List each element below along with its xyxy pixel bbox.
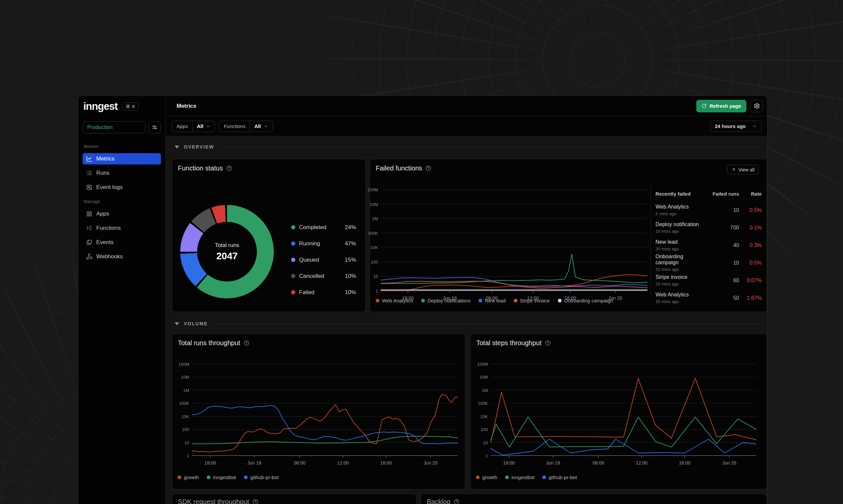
failed-function-row[interactable]: Onboarding campaign22 mins ago100.5% xyxy=(655,254,762,272)
x-tick-label: 18:00 xyxy=(204,460,216,466)
legend-dot xyxy=(376,299,379,302)
function-name: Stripe invoice xyxy=(655,274,706,280)
sidebar-item-functions[interactable]: Functions xyxy=(83,222,161,234)
failed-runs-count: 40 xyxy=(706,242,739,248)
environment-selector[interactable]: Production xyxy=(83,121,145,133)
legend-dot xyxy=(291,225,295,230)
status-legend-item: Failed10% xyxy=(291,284,356,301)
chevrons-up-down-icon xyxy=(136,125,142,130)
legend-label: Deploy notifications xyxy=(428,298,471,303)
help-icon[interactable] xyxy=(545,340,551,346)
sidebar-item-label: Functions xyxy=(96,225,121,231)
legend-label: Failed xyxy=(299,289,345,296)
webhooks-icon xyxy=(86,253,92,260)
apps-filter-label: Apps xyxy=(172,121,192,132)
help-icon[interactable] xyxy=(426,165,431,171)
time-range-selector[interactable]: 24 hours ago xyxy=(710,121,762,132)
refresh-label: Refresh page xyxy=(709,103,741,109)
x-tick-label: 06:00 xyxy=(294,460,305,466)
failed-runs-count: 60 xyxy=(706,277,739,284)
settings-button[interactable] xyxy=(751,100,763,112)
view-all-button[interactable]: View all xyxy=(727,165,759,175)
y-tick-label: 10M xyxy=(181,375,192,380)
legend-label: Running xyxy=(299,240,345,247)
failed-function-row[interactable]: New lead20 mins ago400.3% xyxy=(655,236,762,254)
legend-label: github-pr-bot xyxy=(549,474,577,480)
status-legend-item: Completed24% xyxy=(291,219,356,235)
environment-row: Production xyxy=(83,121,161,133)
environment-filter-button[interactable] xyxy=(149,121,161,133)
legend-dot xyxy=(291,241,295,246)
legend-dot xyxy=(514,299,517,302)
sidebar-item-event-logs[interactable]: Event logs xyxy=(83,182,161,193)
chart-legend-item: New lead xyxy=(479,298,506,303)
x-tick-label: 12:00 xyxy=(337,460,349,466)
series-line-growth xyxy=(491,378,756,442)
failed-runs-count: 50 xyxy=(706,295,739,301)
overview-section-header[interactable]: OVERVIEW xyxy=(175,142,761,151)
volume-section-header[interactable]: VOLUME xyxy=(175,319,761,328)
apps-filter[interactable]: Apps All xyxy=(172,121,215,132)
total-steps-throughput-title: Total steps throughput xyxy=(476,339,541,347)
runs-icon xyxy=(86,170,92,176)
y-tick-label: 10M xyxy=(480,375,491,380)
failed-time: 25 mins ago xyxy=(655,282,706,287)
legend-value: 15% xyxy=(345,257,356,263)
backlog-card: Backlog xyxy=(421,494,767,504)
inngest-logo: inngest xyxy=(83,101,118,112)
legend-label: Stripe invoice xyxy=(520,298,550,303)
help-icon[interactable] xyxy=(454,499,459,504)
x-tick-label: Jun 20 xyxy=(424,460,437,466)
y-tick-label: 100K xyxy=(179,401,192,406)
legend-dot xyxy=(207,475,210,479)
failed-function-row[interactable]: Web Analytics5 mins ago100.5% xyxy=(655,201,762,219)
chevron-down-icon xyxy=(752,124,757,129)
legend-dot xyxy=(291,274,295,278)
failed-time: 10 mins ago xyxy=(655,229,706,234)
failed-function-row[interactable]: Web Analytics35 mins ago501.67% xyxy=(655,289,762,307)
chevron-down-icon xyxy=(263,124,268,129)
sidebar: inngest ⌘ K Production MonitorMetricsRun… xyxy=(78,96,166,504)
y-tick-label: 1M xyxy=(372,216,381,221)
time-range-value: 24 hours ago xyxy=(715,123,746,129)
help-icon[interactable] xyxy=(253,499,258,504)
sidebar-item-apps[interactable]: Apps xyxy=(83,208,161,219)
status-legend-item: Running47% xyxy=(291,235,356,252)
functions-filter[interactable]: Functions All xyxy=(219,121,273,132)
legend-value: 10% xyxy=(345,273,356,280)
y-tick-label: 10 xyxy=(373,274,381,279)
command-k-shortcut[interactable]: ⌘ K xyxy=(122,103,139,110)
legend-label: growth xyxy=(482,474,497,480)
sidebar-item-label: Webhooks xyxy=(96,253,123,260)
failed-function-row[interactable]: Deploy notification10 mins ago7000.1% xyxy=(655,219,762,236)
sidebar-item-events[interactable]: Events xyxy=(83,237,161,248)
y-tick-label: 1M xyxy=(183,388,192,393)
refresh-page-button[interactable]: Refresh page xyxy=(696,100,746,112)
event-logs-icon xyxy=(86,184,92,191)
legend-dot xyxy=(479,299,482,302)
sidebar-item-metrics[interactable]: Metrics xyxy=(83,153,161,164)
x-tick-label: 18:00 xyxy=(503,460,515,466)
page-header: Metrics Refresh page xyxy=(166,96,767,116)
help-icon[interactable] xyxy=(244,340,249,346)
help-icon[interactable] xyxy=(226,165,232,171)
failed-functions-chart-legend: Web AnalyticsDeploy notificationsNew lea… xyxy=(376,298,613,303)
legend-label: Onboarding campaign xyxy=(564,298,613,303)
functions-icon xyxy=(86,225,92,231)
failed-time: 22 mins ago xyxy=(655,267,706,272)
environment-value: Production xyxy=(87,124,113,130)
y-tick-label: 1 xyxy=(187,453,192,458)
failed-functions-chart: 100M10M1M100K10K10010118:00Jun 1906:0012… xyxy=(381,190,647,291)
column-recently-failed: Recently failed xyxy=(655,191,706,197)
y-tick-label: 1M xyxy=(482,388,491,393)
failed-functions-title: Failed functions xyxy=(376,164,422,172)
sidebar-item-runs[interactable]: Runs xyxy=(83,167,161,179)
sidebar-item-webhooks[interactable]: Webhooks xyxy=(83,251,161,262)
legend-dot xyxy=(291,258,295,262)
failure-rate: 0.07% xyxy=(739,277,762,284)
chart-legend-item: Web Analytics xyxy=(376,298,413,303)
function-status-title: Function status xyxy=(178,164,223,172)
legend-label: New lead xyxy=(485,298,506,303)
x-tick-label: 12:00 xyxy=(636,460,648,466)
failed-function-row[interactable]: Stripe invoice25 mins ago600.07% xyxy=(655,272,762,289)
